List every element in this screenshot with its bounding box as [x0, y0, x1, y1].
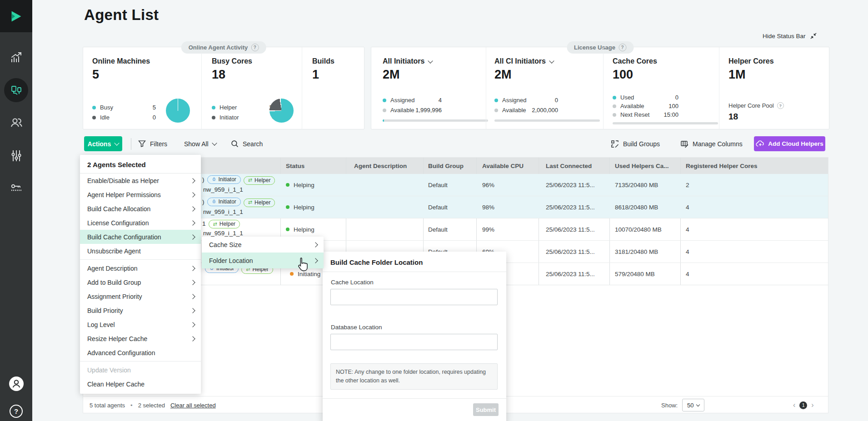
menu-item-enable-disable-as-helper[interactable]: Enable/Disable as Helper [80, 173, 201, 188]
actions-button-label: Actions [88, 140, 111, 148]
menu-item-log-level[interactable]: Log Level [80, 317, 201, 332]
chevron-down-icon [696, 402, 700, 406]
stat-value: 5 [92, 68, 201, 82]
incredibuild-logo[interactable] [0, 0, 32, 32]
rocket-icon [212, 177, 216, 182]
add-cloud-helpers-button[interactable]: Add Cloud Helpers [754, 136, 825, 151]
submenu-item-cache-size[interactable]: Cache Size [202, 237, 324, 253]
column-header-last-connected[interactable]: Last Connected [546, 158, 592, 174]
online-machines-pie-chart [166, 99, 190, 123]
helper-core-pool-value: 18 [728, 112, 738, 122]
column-header-agent-description[interactable]: Agent Description [354, 158, 407, 174]
build-groups-button[interactable]: Build Groups [611, 136, 660, 151]
hide-status-bar-button[interactable]: Hide Status Bar [763, 32, 817, 40]
cache-location-input[interactable] [330, 289, 498, 305]
collapse-icon [810, 32, 817, 40]
column-header-used-helpers[interactable]: Used Helpers Ca... [615, 158, 669, 174]
cache-location-label: Cache Location [331, 279, 374, 286]
legend-row: Assigned4 [383, 97, 442, 104]
info-icon[interactable]: ? [777, 102, 784, 109]
menu-item-assignment-priority[interactable]: Assignment Priority [80, 289, 201, 303]
stat-title: Helper Cores [728, 57, 829, 65]
chevron-right-icon [190, 192, 195, 197]
stat-title: Online Machines [92, 57, 201, 65]
column-header-registered-helper-cores[interactable]: Registered Helper Cores [686, 158, 758, 174]
page-title: Agent List [84, 6, 159, 24]
show-all-dropdown[interactable]: Show All [184, 136, 216, 151]
current-page-badge[interactable]: 1 [799, 401, 807, 409]
legend-row: Available100 [613, 103, 678, 109]
column-header-build-group[interactable]: Build Group [428, 158, 464, 174]
helper-badge: ⇄Helper [244, 198, 275, 207]
agent-name: nw_959_i_1_1 [203, 230, 243, 237]
stat-title: Builds [312, 57, 364, 65]
build-cache-folder-location-dialog: Build Cache Folder Location Cache Locati… [323, 252, 506, 421]
menu-item-build-cache-configuration[interactable]: Build Cache Configuration [80, 230, 201, 244]
menu-item-unsubscribe-agent[interactable]: Unsubscribe Agent [80, 244, 201, 258]
all-ci-initiators-selector[interactable]: All CI Initiators [494, 57, 603, 65]
all-initiators-selector[interactable]: All Initiators [383, 57, 486, 65]
legend-row: Assigned0 [494, 97, 558, 104]
column-header-available-cpu[interactable]: Available CPU [482, 158, 524, 174]
search-button[interactable]: Search [231, 136, 263, 151]
helper-badge: ⇄Helper [209, 220, 240, 228]
chevron-right-icon [190, 266, 195, 271]
menu-item-resize-helper-cache[interactable]: Resize Helper Cache [80, 332, 201, 346]
chevron-right-icon [190, 336, 195, 341]
stat-value: 18 [212, 68, 302, 82]
help-icon[interactable]: ? [0, 404, 32, 418]
agents-icon-active[interactable] [4, 78, 28, 102]
menu-item-clean-helper-cache[interactable]: Clean Helper Cache [80, 377, 201, 391]
actions-button[interactable]: Actions [84, 136, 122, 151]
chevron-right-icon [190, 280, 195, 285]
menu-item-build-cache-allocation[interactable]: Build Cache Allocation [80, 202, 201, 216]
agent-list-screen: ? Agent List Hide Status Bar Online Agen… [0, 0, 868, 421]
status-dot [286, 183, 289, 187]
menu-item-advanced-configuration[interactable]: Advanced Configuration [80, 346, 201, 360]
filters-button[interactable]: Filters [138, 136, 167, 151]
settings-sliders-icon[interactable] [0, 149, 32, 163]
column-header-status[interactable]: Status [286, 158, 304, 174]
all-initiators-usage-bar [383, 119, 488, 122]
database-location-input[interactable] [330, 334, 498, 350]
menu-item-add-to-build-group[interactable]: Add to Build Group [80, 275, 201, 289]
menu-item-license-configuration[interactable]: License Configuration [80, 216, 201, 230]
analytics-icon[interactable] [0, 51, 32, 64]
users-icon[interactable] [0, 116, 32, 129]
stat-builds: Builds 1 [302, 47, 364, 129]
agent-name: nw_959_i_1_1 [203, 208, 275, 215]
license-key-icon[interactable] [0, 181, 32, 195]
chevron-right-icon [190, 178, 195, 183]
helper-badge: ⇄Helper [244, 176, 275, 185]
initiator-badge: Initiator [207, 198, 241, 206]
submit-button[interactable]: Submit [473, 403, 499, 416]
avatar-icon[interactable] [0, 376, 32, 391]
stat-value: 2M [494, 68, 603, 82]
cloud-plus-icon [756, 140, 764, 147]
manage-columns-icon [680, 140, 688, 148]
build-groups-icon [611, 140, 619, 148]
build-groups-label: Build Groups [623, 140, 660, 148]
clear-all-selected-link[interactable]: Clear all selected [170, 402, 216, 409]
busy-dot [92, 106, 96, 109]
bullet: • [130, 402, 133, 409]
page-size-select[interactable]: 50 [682, 399, 704, 411]
status-dot [286, 228, 289, 231]
chevron-right-icon [190, 234, 195, 239]
stat-all-initiators: All Initiators 2M Assigned4 Available1,9… [371, 47, 486, 129]
chevron-down-icon [428, 58, 433, 63]
idle-dot [92, 116, 96, 119]
search-label: Search [243, 140, 263, 148]
sidebar: ? [0, 0, 32, 421]
status-value: Helping [294, 204, 314, 211]
license-usage-card: License Usage ? All Initiators 2M Assign… [371, 47, 829, 129]
menu-item-agent-description[interactable]: Agent Description [80, 261, 201, 275]
manage-columns-button[interactable]: Manage Columns [680, 136, 743, 151]
menu-item-build-priority[interactable]: Build Priority [80, 303, 201, 317]
chevron-right-icon [190, 322, 195, 327]
legend-row: Idle0 [92, 114, 156, 121]
pagination-next-icon[interactable]: › [811, 401, 813, 409]
pagination-prev-icon[interactable]: ‹ [793, 401, 795, 409]
menu-item-agent-helper-permissions[interactable]: Agent Helper Permissions [80, 188, 201, 202]
chevron-right-icon [190, 220, 195, 225]
